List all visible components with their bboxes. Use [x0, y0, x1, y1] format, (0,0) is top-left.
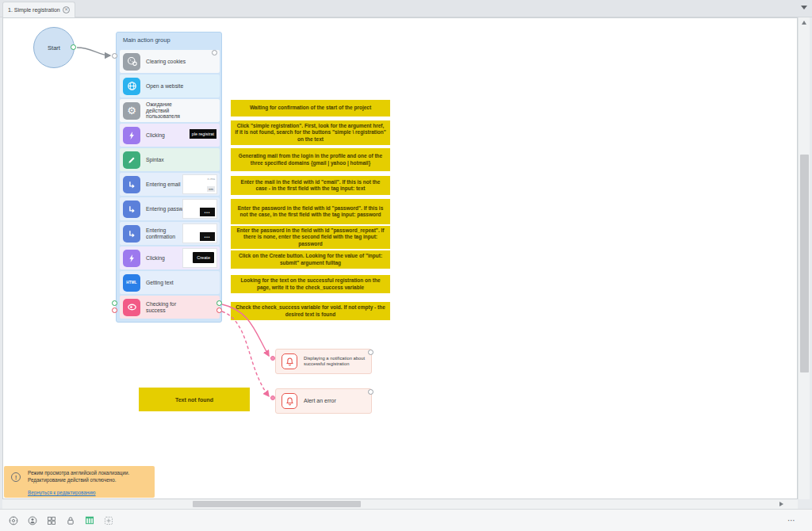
- localization-notification: ! Режим просмотра английской локализации…: [4, 466, 155, 498]
- bell-icon: [282, 353, 297, 369]
- pencil-icon: [123, 151, 140, 169]
- lightning-icon: [123, 127, 140, 144]
- check-true-in-connector[interactable]: [112, 300, 117, 306]
- eye-icon: [123, 299, 140, 316]
- annotation-note[interactable]: Looking for the text on the successful r…: [231, 275, 390, 293]
- action-label: Spintax: [146, 157, 164, 163]
- enter-arrow-icon: [123, 201, 140, 218]
- text-not-found-note[interactable]: Text not found: [139, 388, 250, 411]
- annotation-note[interactable]: Click on the Create button. Looking for …: [231, 250, 390, 269]
- lock-icon[interactable]: [65, 515, 76, 526]
- app-window: 1. Simple registration ✕ Start Main acti…: [0, 0, 812, 531]
- grid-icon[interactable]: [46, 515, 57, 526]
- group-title: Main action group: [123, 36, 170, 44]
- notification-line: Режим просмотра английской локализации.: [28, 470, 150, 477]
- node-label: Alert an error: [304, 398, 336, 405]
- annotation-note[interactable]: Generating mail from the login in the pr…: [231, 148, 390, 171]
- vertical-scrollbar[interactable]: [798, 17, 810, 499]
- table-icon[interactable]: [84, 515, 95, 526]
- action-open-website[interactable]: Open a website: [120, 74, 220, 97]
- check-false-in-connector[interactable]: [112, 308, 117, 313]
- field-thumbnail: •••: [182, 223, 217, 243]
- thumb-text: e-ma: [207, 177, 215, 181]
- node-out-connector[interactable]: [368, 389, 373, 395]
- annotation-note[interactable]: Waiting for confirmation of the start of…: [231, 100, 390, 117]
- more-menu-icon[interactable]: ⋯: [787, 516, 796, 525]
- start-out-connector[interactable]: [71, 44, 76, 50]
- action-label: Entering email: [146, 181, 180, 188]
- node-alert-error[interactable]: Alert an error: [275, 388, 372, 414]
- return-to-editing-link[interactable]: Вернуться к редактированию: [28, 490, 96, 495]
- annotation-note[interactable]: Click "simple registration". First, look…: [231, 120, 390, 145]
- action-label: Checking for success: [146, 301, 195, 314]
- action-label: Clearing cookies: [146, 59, 186, 65]
- action-label: Clicking: [146, 255, 165, 262]
- add-icon[interactable]: [103, 515, 114, 526]
- start-label: Start: [48, 44, 60, 52]
- enter-arrow-icon: [123, 176, 140, 193]
- node-in-connector[interactable]: [270, 356, 275, 361]
- check-true-out-connector[interactable]: [216, 300, 222, 306]
- check-false-out-connector[interactable]: [216, 308, 222, 313]
- action-getting-text[interactable]: HTML Getting text: [120, 271, 220, 294]
- thumb-text: em: [207, 186, 215, 192]
- annotation-note[interactable]: Enter the password in the field with id …: [231, 226, 390, 249]
- action-entering-password[interactable]: Entering password •••: [120, 197, 220, 220]
- action-entering-confirmation[interactable]: Entering confirmation •••: [120, 222, 220, 245]
- password-dots: •••: [200, 208, 215, 216]
- tab-close-icon[interactable]: ✕: [63, 6, 70, 13]
- action-label: Clicking: [146, 132, 165, 139]
- tab-label: 1. Simple registration: [8, 7, 60, 13]
- annotation-note[interactable]: Enter the password in the field with id …: [231, 199, 390, 224]
- action-entering-email[interactable]: Entering email e-ma em: [120, 173, 220, 196]
- status-bar: ⋯: [0, 509, 812, 531]
- lightning-icon: [123, 250, 140, 267]
- cookie-icon: [123, 53, 140, 71]
- enter-arrow-icon: [123, 225, 140, 243]
- tab-simple-registration[interactable]: 1. Simple registration ✕: [2, 2, 75, 17]
- html-icon: HTML: [123, 274, 140, 292]
- settings-icon[interactable]: [8, 515, 19, 526]
- horizontal-scroll-thumb[interactable]: [193, 501, 361, 507]
- annotation-note[interactable]: Check the check_success variable for voi…: [231, 302, 390, 320]
- action-label: Getting text: [146, 280, 174, 286]
- action-label: Ожидание действий пользователя: [146, 101, 195, 120]
- node-out-connector[interactable]: [368, 350, 373, 355]
- start-node[interactable]: Start: [33, 27, 75, 68]
- field-thumbnail: e-ma em: [182, 174, 217, 194]
- action-label: Open a website: [146, 83, 183, 90]
- gear-icon: ⚙: [123, 102, 140, 120]
- warning-icon: !: [11, 472, 21, 482]
- vertical-scroll-thumb[interactable]: [800, 155, 809, 372]
- group-in-connector[interactable]: [112, 53, 117, 59]
- notification-line: Редактирование действий отключено.: [28, 477, 150, 484]
- user-icon[interactable]: [27, 515, 38, 526]
- action-checking-success[interactable]: Checking for success: [120, 296, 220, 319]
- main-action-group[interactable]: Main action group Clearing cookies Open …: [116, 32, 222, 323]
- click-target-badge: ple registrat: [190, 129, 216, 139]
- node-success-notification[interactable]: Displaying a notification about successf…: [275, 349, 372, 374]
- group-out-connector[interactable]: [212, 50, 217, 55]
- action-clicking-create[interactable]: Clicking Create: [120, 246, 220, 269]
- node-label: Displaying a notification about successf…: [304, 356, 367, 367]
- node-in-connector[interactable]: [270, 395, 275, 400]
- globe-icon: [123, 78, 140, 95]
- tab-list-caret-icon[interactable]: [801, 6, 807, 10]
- action-clearing-cookies[interactable]: Clearing cookies: [120, 50, 220, 73]
- field-thumbnail: •••: [182, 199, 217, 219]
- create-button-badge: Create: [193, 252, 214, 263]
- tab-bar: 1. Simple registration ✕: [0, 0, 812, 17]
- button-thumbnail: Create: [182, 248, 217, 268]
- password-dots: •••: [200, 232, 215, 241]
- action-clicking-registration[interactable]: Clicking ple registrat: [120, 124, 220, 147]
- scroll-up-icon[interactable]: [802, 21, 806, 25]
- scroll-right-icon[interactable]: [779, 502, 783, 506]
- bell-icon: [282, 393, 297, 409]
- horizontal-scrollbar[interactable]: [2, 499, 798, 509]
- annotation-note[interactable]: Enter the mail in the field with id "ema…: [231, 176, 390, 195]
- action-wait-user[interactable]: ⚙ Ожидание действий пользователя: [120, 99, 220, 122]
- action-spintax[interactable]: Spintax: [120, 148, 220, 171]
